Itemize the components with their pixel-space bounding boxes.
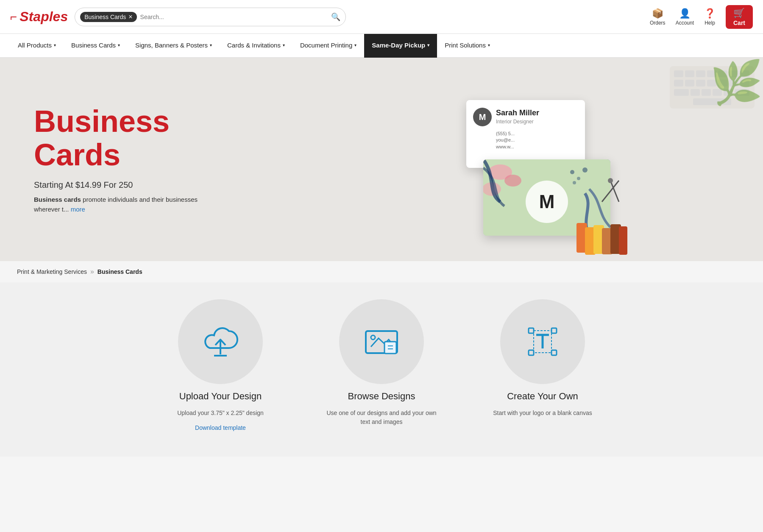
logo-link[interactable]: ⌐ Staples	[10, 9, 68, 25]
search-chip[interactable]: Business Cards ×	[80, 12, 136, 22]
option-desc-create: Start with your logo or a blank canvas	[493, 409, 592, 418]
nav-item-document[interactable]: Document Printing ▾	[292, 34, 364, 58]
white-business-card: M Sarah Miller Interior Designer (555) 5…	[466, 100, 585, 168]
svg-line-38	[602, 181, 619, 202]
option-desc-browse: Use one of our designs and add your own …	[326, 409, 437, 426]
search-chip-close[interactable]: ×	[128, 14, 132, 20]
chevron-down-icon: ▾	[54, 43, 56, 47]
svg-rect-51	[551, 350, 557, 355]
breadcrumb: Print & Marketing Services » Business Ca…	[0, 261, 763, 282]
hero-image: 🌿 M Sarah Miller Interior Designer (555)…	[305, 58, 763, 261]
logo-text: Staples	[19, 9, 68, 25]
nav-item-all-products[interactable]: All Products ▾	[10, 34, 64, 58]
help-link[interactable]: ❓ Help	[704, 8, 716, 26]
hero-more-link[interactable]: more	[71, 206, 85, 213]
option-title-browse: Browse Designs	[348, 391, 415, 402]
svg-point-44	[371, 335, 375, 340]
options-section: Upload Your Design Upload your 3.75" x 2…	[0, 282, 763, 457]
card-info: Sarah Miller Interior Designer (555) 5..…	[496, 108, 539, 150]
browse-design-icon	[362, 323, 401, 361]
card-name: Sarah Miller	[496, 108, 539, 118]
nav-label-same-day: Same-Day Pickup	[372, 42, 425, 49]
hero-section: Business Cards Starting At $14.99 For 25…	[0, 58, 763, 261]
card-website: www.w...	[496, 144, 539, 150]
nav-item-business-cards[interactable]: Business Cards ▾	[64, 34, 128, 58]
logo-icon: ⌐	[10, 10, 17, 24]
create-own-icon	[524, 323, 562, 361]
header-actions: 📦 Orders 👤 Account ❓ Help 🛒 Cart	[650, 5, 753, 29]
svg-rect-10	[696, 80, 705, 86]
search-button[interactable]: 🔍	[331, 12, 340, 22]
card-email: you@e...	[496, 137, 539, 143]
svg-text:M: M	[539, 191, 555, 212]
nav-item-print[interactable]: Print Solutions ▾	[437, 34, 498, 58]
chevron-down-icon: ▾	[118, 43, 120, 47]
option-circle-upload	[178, 299, 263, 384]
nav-label-document: Document Printing	[300, 42, 352, 49]
cart-button[interactable]: 🛒 Cart	[726, 5, 753, 29]
option-card-create: Create Your Own Start with your logo or …	[471, 299, 615, 431]
chevron-down-icon: ▾	[283, 43, 285, 47]
svg-rect-16	[691, 89, 700, 96]
svg-point-27	[577, 177, 580, 180]
option-title-upload: Upload Your Design	[179, 391, 262, 402]
orders-link[interactable]: 📦 Orders	[650, 8, 666, 26]
option-circle-create	[500, 299, 585, 384]
search-input[interactable]	[137, 14, 331, 20]
svg-point-24	[504, 175, 521, 187]
hero-desc-prefix: Business cards	[34, 196, 81, 203]
svg-rect-37	[619, 226, 627, 255]
svg-rect-45	[384, 342, 396, 354]
svg-rect-3	[696, 70, 705, 77]
help-label: Help	[705, 20, 715, 26]
card-contact: (555) 5... you@e... www.w...	[496, 131, 539, 150]
breadcrumb-separator: »	[90, 268, 94, 276]
orders-icon: 📦	[652, 8, 663, 19]
chevron-down-icon: ▾	[210, 43, 212, 47]
chevron-down-icon: ▾	[488, 43, 490, 47]
nav-label-cards: Cards & Invitations	[227, 42, 281, 49]
cart-icon: 🛒	[733, 8, 745, 19]
svg-point-40	[608, 178, 613, 183]
svg-rect-9	[685, 80, 694, 86]
main-nav: All Products ▾ Business Cards ▾ Signs, B…	[0, 34, 763, 58]
compass-tool	[598, 172, 623, 206]
help-icon: ❓	[704, 8, 716, 19]
svg-rect-2	[685, 70, 694, 77]
search-chip-label: Business Cards	[84, 14, 126, 20]
nav-label-all-products: All Products	[18, 42, 52, 49]
breadcrumb-parent-link[interactable]: Print & Marketing Services	[17, 268, 87, 275]
nav-item-cards[interactable]: Cards & Invitations ▾	[220, 34, 292, 58]
cart-label: Cart	[733, 19, 745, 26]
svg-point-26	[570, 170, 574, 174]
option-card-upload: Upload Your Design Upload your 3.75" x 2…	[148, 299, 292, 431]
search-bar: Business Cards × 🔍	[75, 8, 346, 26]
chevron-down-icon: ▾	[354, 43, 356, 47]
option-title-create: Create Your Own	[507, 391, 578, 402]
account-link[interactable]: 👤 Account	[676, 8, 694, 26]
nav-label-signs: Signs, Banners & Posters	[135, 42, 208, 49]
svg-rect-17	[702, 89, 711, 96]
card-role: Interior Designer	[496, 118, 539, 125]
nav-label-print: Print Solutions	[445, 42, 486, 49]
option-circle-browse	[339, 299, 424, 384]
hero-title: Business Cards	[34, 105, 203, 172]
hero-description: Business cards promote individuals and t…	[34, 195, 203, 214]
orders-label: Orders	[650, 20, 666, 26]
download-template-link[interactable]: Download template	[195, 424, 246, 431]
option-card-browse: Browse Designs Use one of our designs an…	[309, 299, 454, 431]
nav-item-signs[interactable]: Signs, Banners & Posters ▾	[128, 34, 220, 58]
svg-point-28	[582, 167, 588, 173]
svg-rect-8	[674, 80, 683, 86]
svg-point-29	[573, 181, 576, 184]
business-cards-scene: M Sarah Miller Interior Designer (555) 5…	[432, 83, 610, 253]
svg-rect-49	[551, 328, 557, 333]
card-avatar: M	[473, 108, 492, 126]
account-label: Account	[676, 20, 694, 26]
breadcrumb-current: Business Cards	[97, 268, 142, 275]
nav-label-business-cards: Business Cards	[71, 42, 116, 49]
nav-item-same-day[interactable]: Same-Day Pickup ▾	[364, 34, 437, 58]
hero-price: Starting At $14.99 For 250	[34, 180, 203, 190]
svg-rect-1	[674, 70, 683, 77]
plant-decoration: 🌿	[710, 58, 763, 108]
